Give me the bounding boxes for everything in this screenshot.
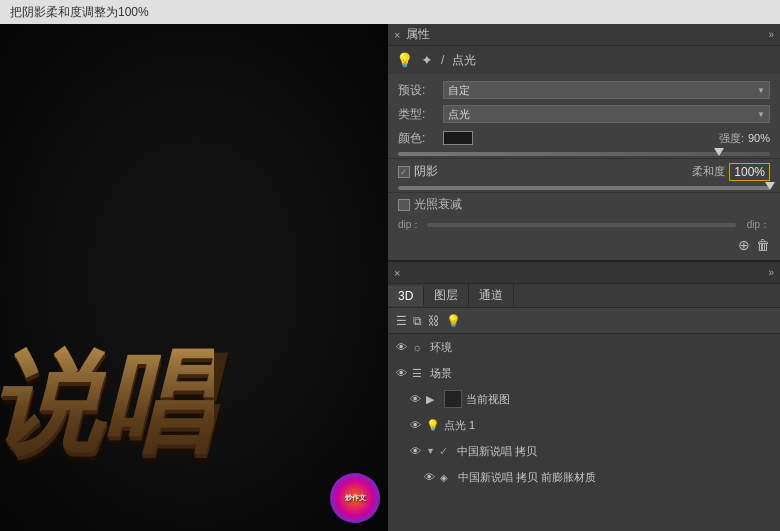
type-icon-material: ◈ — [440, 472, 454, 483]
layers-close-icon[interactable]: × — [394, 267, 400, 279]
softness-thumb — [765, 182, 775, 190]
tab-layers[interactable]: 图层 — [424, 284, 469, 307]
watermark: 炒作文 — [330, 473, 380, 523]
properties-rows: 预设: 自定 ▼ 类型: 点光 ▼ 颜色: — [388, 74, 780, 260]
link-icon[interactable]: ⛓ — [428, 314, 440, 328]
layer-name-rap: 中国新说唱 拷贝 — [457, 444, 774, 459]
color-row: 颜色: 强度: 90% — [388, 126, 780, 150]
strength-value: 90% — [748, 132, 770, 144]
strength-label: 强度: — [719, 131, 744, 146]
canvas-3d-front: 说唱 — [0, 330, 214, 479]
instruction-text: 把阴影柔和度调整为100% — [10, 4, 149, 21]
canvas-area: 说唱 说唱 说唱 说唱 炒作文 — [0, 24, 388, 531]
light-att-checkbox[interactable] — [398, 199, 410, 211]
layers-toolbar: ☰ ⧉ ⛓ 💡 — [388, 308, 780, 334]
layers-icon[interactable]: ⧉ — [413, 314, 422, 328]
layer-list: 👁 ☼ 环境 👁 ☰ 场景 👁 ▶ 当前视图 — [388, 334, 780, 531]
filter-icon[interactable]: ☰ — [396, 314, 407, 328]
layer-item-env[interactable]: 👁 ☼ 环境 — [388, 334, 780, 360]
softness-label: 柔和度 — [692, 164, 725, 179]
type-dropdown[interactable]: 点光 ▼ — [443, 105, 770, 123]
layer-name-material: 中国新说唱 拷贝 前膨胀材质 — [458, 470, 774, 485]
type-row: 类型: 点光 ▼ — [388, 102, 780, 126]
layer-name-light1: 点光 1 — [444, 418, 774, 433]
layers-expand-icon[interactable]: » — [768, 267, 774, 278]
softness-value[interactable]: 100% — [729, 163, 770, 181]
shadow-checkbox[interactable]: ✓ — [398, 166, 410, 178]
preset-dropdown[interactable]: 自定 ▼ — [443, 81, 770, 99]
properties-panel-header: × 属性 » — [388, 24, 780, 46]
strength-slider[interactable] — [398, 152, 770, 156]
type-icon-env: ☼ — [412, 341, 426, 353]
light-att-row: 光照衰减 — [388, 192, 780, 216]
brush-tab-icon[interactable]: / — [441, 53, 444, 67]
light-att-label[interactable]: 光照衰减 — [398, 196, 462, 213]
layer-item-view[interactable]: 👁 ▶ 当前视图 — [388, 386, 780, 412]
preset-arrow: ▼ — [757, 86, 765, 95]
eye-icon-material[interactable]: 👁 — [422, 471, 436, 483]
type-label: 类型: — [398, 106, 443, 123]
slider-left-val: dip： — [398, 218, 423, 232]
slider-right-val: dip： — [740, 218, 770, 232]
layer-item-material[interactable]: 👁 ◈ 中国新说唱 拷贝 前膨胀材质 — [388, 464, 780, 490]
layer-name-scene: 场景 — [430, 366, 774, 381]
eye-icon-rap[interactable]: 👁 — [408, 445, 422, 457]
properties-title: 属性 — [406, 26, 430, 43]
right-panels: × 属性 » 💡 ✦ / 点光 预设: 自定 ▼ — [388, 24, 780, 531]
properties-tab-row: 💡 ✦ / 点光 — [388, 46, 780, 74]
layers-panel-header: × » — [388, 262, 780, 284]
softness-slider-row — [388, 184, 780, 192]
strength-slider-row — [388, 150, 780, 158]
preset-label: 预设: — [398, 82, 443, 99]
dual-slider[interactable] — [427, 223, 736, 227]
tab-label-text: 点光 — [452, 52, 476, 69]
tab-channels[interactable]: 通道 — [469, 284, 514, 307]
tab-3d[interactable]: 3D — [388, 286, 424, 306]
arrow-icon-rap: ▼ — [426, 446, 435, 456]
properties-expand-icon[interactable]: » — [768, 29, 774, 40]
softness-group: 柔和度 100% — [692, 163, 770, 181]
layer-thumb-view — [444, 390, 462, 408]
eye-icon-light1[interactable]: 👁 — [408, 419, 422, 431]
sun-tab-icon[interactable]: ✦ — [421, 52, 433, 68]
layers-tabs: 3D 图层 通道 — [388, 284, 780, 308]
shadow-text: 阴影 — [414, 163, 438, 180]
type-icon-scene: ☰ — [412, 367, 426, 380]
icons-row: ⊕ 🗑 — [388, 234, 780, 256]
layer-item-scene[interactable]: 👁 ☰ 场景 — [388, 360, 780, 386]
type-arrow: ▼ — [757, 110, 765, 119]
layers-panel: × » 3D 图层 通道 ☰ ⧉ ⛓ 💡 👁 — [388, 262, 780, 531]
preset-row: 预设: 自定 ▼ — [388, 78, 780, 102]
shadow-checkbox-label[interactable]: ✓ 阴影 — [398, 163, 438, 180]
layer-name-view: 当前视图 — [466, 392, 774, 407]
add-icon-btn[interactable]: ⊕ — [738, 237, 750, 253]
eye-icon-view[interactable]: 👁 — [408, 393, 422, 405]
type-icon-light1: 💡 — [426, 419, 440, 432]
properties-close-icon[interactable]: × — [394, 29, 400, 41]
layer-item-light1[interactable]: 👁 💡 点光 1 — [388, 412, 780, 438]
bulb-icon[interactable]: 💡 — [446, 314, 461, 328]
strength-thumb — [714, 148, 724, 156]
color-swatch[interactable] — [443, 131, 473, 145]
light-att-text: 光照衰减 — [414, 196, 462, 213]
type-value: 点光 — [448, 107, 470, 122]
type-icon-view: ▶ — [426, 393, 440, 406]
delete-icon-btn[interactable]: 🗑 — [756, 237, 770, 253]
eye-icon-env[interactable]: 👁 — [394, 341, 408, 353]
preset-value: 自定 — [448, 83, 470, 98]
layer-name-env: 环境 — [430, 340, 774, 355]
eye-icon-scene[interactable]: 👁 — [394, 367, 408, 379]
light-tab-icon[interactable]: 💡 — [396, 52, 413, 68]
instruction-bar: 把阴影柔和度调整为100% — [0, 0, 780, 24]
properties-panel: × 属性 » 💡 ✦ / 点光 预设: 自定 ▼ — [388, 24, 780, 262]
shadow-row: ✓ 阴影 柔和度 100% — [388, 158, 780, 184]
dual-slider-row: dip： dip： — [388, 216, 780, 234]
color-label: 颜色: — [398, 130, 443, 147]
layer-item-rap-copy[interactable]: 👁 ▼ ✓ 中国新说唱 拷贝 — [388, 438, 780, 464]
panel-title-row: × 属性 — [394, 26, 430, 43]
softness-slider[interactable] — [398, 186, 770, 190]
check-icon-rap: ✓ — [439, 445, 453, 458]
